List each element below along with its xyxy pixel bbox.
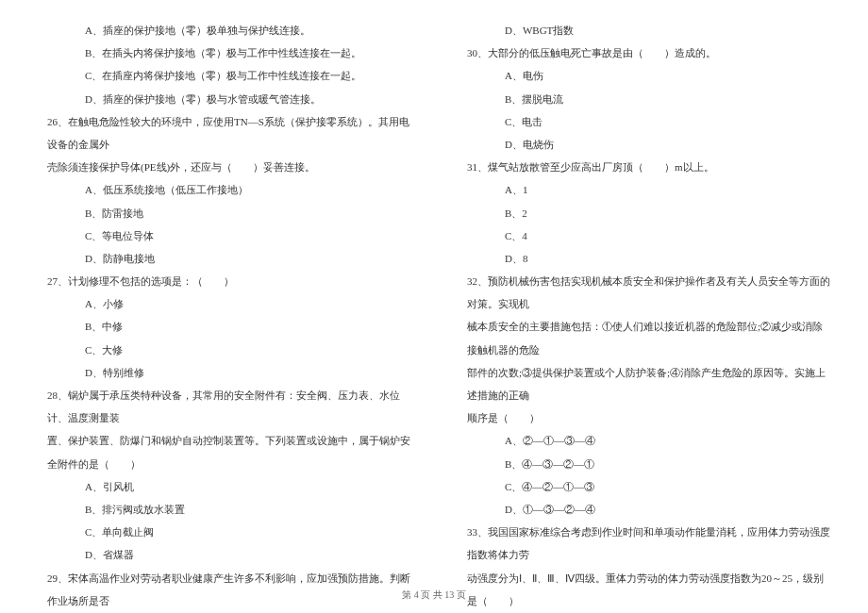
question-text: 械本质安全的主要措施包括：①使人们难以接近机器的危险部位;②减少或消除接触机器的… (458, 315, 830, 360)
option-text: C、④—②—①—③ (458, 475, 830, 498)
option-text: A、插座的保护接地（零）极单独与保护线连接。 (38, 19, 410, 41)
option-text: A、小修 (38, 292, 410, 315)
option-text: D、电烧伤 (458, 133, 830, 156)
left-column: A、插座的保护接地（零）极单独与保护线连接。 B、在插头内将保护接地（零）极与工… (38, 19, 410, 613)
page-footer: 第 4 页 共 13 页 (0, 588, 868, 602)
option-text: A、低压系统接地（低压工作接地） (38, 178, 410, 201)
option-text: C、在插座内将保护接地（零）极与工作中性线连接在一起。 (38, 64, 410, 87)
option-text: C、电击 (458, 110, 830, 133)
option-text: B、防雷接地 (38, 202, 410, 224)
option-text: B、④—③—②—① (458, 453, 830, 475)
option-text: A、电伤 (458, 64, 830, 87)
question-text: 33、我国国家标准综合考虑到作业时间和单项动作能量消耗，应用体力劳动强度指数将体… (458, 521, 830, 566)
option-text: D、省煤器 (38, 543, 410, 566)
option-text: B、中修 (38, 315, 410, 338)
option-text: D、特别维修 (38, 361, 410, 384)
question-text: 27、计划修理不包括的选项是：（ ） (38, 270, 410, 292)
question-text: 壳除须连接保护导体(PE线)外，还应与（ ）妥善连接。 (38, 156, 410, 178)
question-text: 部件的次数;③提供保护装置或个人防护装备;④消除产生危险的原因等。实施上述措施的… (458, 361, 830, 406)
option-text: D、WBGT指数 (458, 19, 830, 41)
question-text: 26、在触电危险性较大的环境中，应使用TN—S系统（保护接零系统）。其用电设备的… (38, 110, 410, 156)
question-text: 32、预防机械伤害包括实现机械本质安全和保护操作者及有关人员安全等方面的对策。实… (458, 270, 830, 315)
option-text: B、在插头内将保护接地（零）极与工作中性线连接在一起。 (38, 41, 410, 64)
page-content: A、插座的保护接地（零）极单独与保护线连接。 B、在插头内将保护接地（零）极与工… (0, 0, 868, 613)
option-text: B、2 (458, 202, 830, 224)
option-text: A、1 (458, 178, 830, 201)
option-text: D、防静电接地 (38, 247, 410, 270)
option-text: D、插座的保护接地（零）极与水管或暖气管连接。 (38, 88, 410, 110)
option-text: C、4 (458, 224, 830, 247)
option-text: C、等电位导体 (38, 224, 410, 247)
option-text: B、排污阀或放水装置 (38, 498, 410, 521)
question-text: 28、锅炉属于承压类特种设备，其常用的安全附件有：安全阀、压力表、水位计、温度测… (38, 384, 410, 429)
option-text: D、①—③—②—④ (458, 498, 830, 521)
question-text: 顺序是（ ） (458, 406, 830, 429)
question-text: 30、大部分的低压触电死亡事故是由（ ）造成的。 (458, 41, 830, 64)
option-text: C、大修 (38, 339, 410, 361)
option-text: A、引风机 (38, 475, 410, 498)
option-text: A、②—①—③—④ (458, 429, 830, 452)
option-text: C、单向截止阀 (38, 521, 410, 543)
question-text: 置、保护装置、防爆门和锅炉自动控制装置等。下列装置或设施中，属于锅炉安全附件的是… (38, 429, 410, 474)
option-text: D、8 (458, 247, 830, 270)
right-column: D、WBGT指数 30、大部分的低压触电死亡事故是由（ ）造成的。 A、电伤 B… (458, 19, 830, 613)
question-text: 31、煤气站放散管至少应高出厂房顶（ ）m以上。 (458, 156, 830, 178)
option-text: B、摆脱电流 (458, 88, 830, 110)
